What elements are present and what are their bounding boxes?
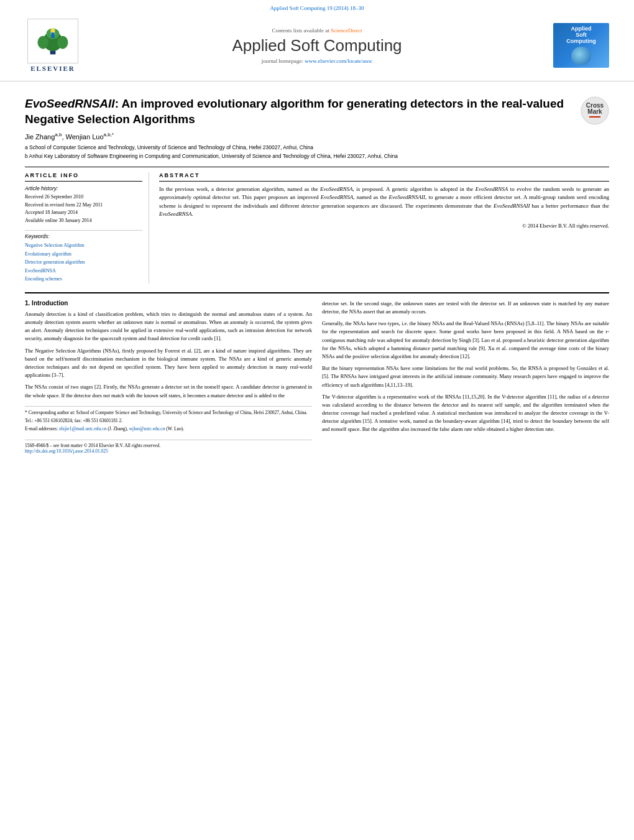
journal-title-main: Applied Soft Computing <box>93 36 541 55</box>
journal-header-inner: ELSEVIER Contents lists available at Sci… <box>25 15 609 76</box>
revised-date: Received in revised form 22 May 2011 <box>25 201 142 210</box>
issn-text: 1568-4946/$ – see front matter © 2014 El… <box>25 443 312 448</box>
accepted-date: Accepted 18 January 2014 <box>25 209 142 217</box>
article-title: EvoSeedRNSAII: An improved evolutionary … <box>25 96 581 127</box>
email2-owner: (W. Luo). <box>166 426 184 432</box>
article-title-section: EvoSeedRNSAII: An improved evolutionary … <box>25 96 609 127</box>
article-info-abstract: ARTICLE INFO Article history: Received 2… <box>25 167 609 284</box>
crossmark-logo: Cross Mark <box>581 96 609 125</box>
email-label: E-mail addresses: <box>25 426 58 432</box>
elsevier-logo: ELSEVIER <box>25 19 81 72</box>
svg-rect-7 <box>51 32 54 38</box>
journal-logo-text-computing: Computing <box>566 38 596 44</box>
keyword-3: Detector generation algorithm <box>25 258 142 267</box>
footnote-email: E-mail addresses: zhijie1@mail.ustc.edu.… <box>25 425 312 432</box>
history-label: Article history: <box>25 185 142 192</box>
page-content: EvoSeedRNSAII: An improved evolutionary … <box>0 81 634 466</box>
main-body: 1. Introduction Anomaly detection is a k… <box>25 292 609 454</box>
body-para-3: The NSAs consist of two stages [2]. Firs… <box>25 383 312 399</box>
citation-text: Applied Soft Computing 19 (2014) 18–30 <box>270 5 364 11</box>
abstract-section: ABSTRACT In the previous work, a detecto… <box>159 172 609 284</box>
homepage-label: journal homepage: <box>262 58 303 64</box>
abstract-heading: ABSTRACT <box>159 172 609 182</box>
keywords-section: Keywords: Negative Selection Algorithm E… <box>25 230 142 284</box>
bottom-copyright: 1568-4946/$ – see front matter © 2014 El… <box>25 440 312 454</box>
article-title-italic: EvoSeedRNSAII <box>25 97 115 110</box>
right-column: detector set. In the second stage, the u… <box>322 300 609 454</box>
email1-owner: (J. Zhang), <box>108 426 128 432</box>
elsevier-tree-icon <box>31 25 75 57</box>
svg-point-2 <box>38 36 49 49</box>
journal-top-citation: Applied Soft Computing 19 (2014) 18–30 <box>25 5 609 11</box>
email2-link[interactable]: wjluo@ustc.edu.cn <box>129 426 165 432</box>
article-info-col: ARTICLE INFO Article history: Received 2… <box>25 172 149 284</box>
doi-link[interactable]: http://dx.doi.org/10.1016/j.asoc.2014.01… <box>25 448 108 454</box>
keyword-1: Negative Selection Algorithm <box>25 241 142 250</box>
homepage-url[interactable]: www.elsevier.com/locate/asoc <box>305 58 372 64</box>
authors: Jie Zhanga,b, Wenjian Luoa,b,* <box>25 132 609 141</box>
body-para-1: Anomaly detection is a kind of classific… <box>25 310 312 343</box>
svg-point-3 <box>57 36 68 49</box>
email1-link[interactable]: zhijie1@mail.ustc.edu.cn <box>59 426 106 432</box>
body-para-6: But the binary representation NSAs have … <box>322 364 609 389</box>
keyword-2: Evolutionary algorithm <box>25 250 142 259</box>
journal-logo-text-soft: Soft <box>576 32 587 38</box>
body-para-5: Generally, the NSAs have two types, i.e.… <box>322 320 609 361</box>
author1-name: Jie Zhang <box>25 133 55 141</box>
affiliation-b: b Anhui Key Laboratory of Software Engin… <box>25 153 609 160</box>
svg-point-6 <box>51 28 55 32</box>
abstract-text: In the previous work, a detector generat… <box>159 185 609 219</box>
footnote-star: * Corresponding author at: School of Com… <box>25 409 312 416</box>
elsevier-label: ELSEVIER <box>30 65 75 72</box>
available-date: Available online 30 January 2014 <box>25 217 142 225</box>
footnotes: * Corresponding author at: School of Com… <box>25 406 312 433</box>
journal-homepage: journal homepage: www.elsevier.com/locat… <box>93 58 541 64</box>
contents-text: Contents lists available at <box>272 27 329 34</box>
svg-text:Mark: Mark <box>587 108 602 115</box>
contents-available: Contents lists available at ScienceDirec… <box>93 27 541 34</box>
author2-sup: a,b,* <box>104 132 114 137</box>
sciencedirect-link[interactable]: ScienceDirect <box>331 27 362 34</box>
article-info-heading: ARTICLE INFO <box>25 172 142 182</box>
journal-header: Applied Soft Computing 19 (2014) 18–30 <box>0 0 634 81</box>
journal-logo-circle <box>571 47 591 65</box>
author2-name: , Wenjian Luo <box>62 133 103 141</box>
keywords-label: Keywords: <box>25 233 142 239</box>
body-para-4: detector set. In the second stage, the u… <box>322 300 609 316</box>
journal-logo-text-applied: Applied <box>571 25 592 32</box>
author1-sup: a,b <box>55 132 62 137</box>
section1-title: 1. Introduction <box>25 300 312 307</box>
body-para-2: The Negative Selection Algorithms (NSAs)… <box>25 347 312 380</box>
journal-logo-box: Applied Soft Computing <box>553 23 609 68</box>
abstract-copyright: © 2014 Elsevier B.V. All rights reserved… <box>159 223 609 229</box>
left-column: 1. Introduction Anomaly detection is a k… <box>25 300 312 454</box>
received-date: Received 26 September 2010 <box>25 193 142 201</box>
body-para-7: The V-detector algorithm is a representa… <box>322 393 609 434</box>
journal-center: Contents lists available at ScienceDirec… <box>81 27 553 64</box>
footnote-tel: Tel.: +86 551 636102824; fax: +86 551 63… <box>25 417 312 424</box>
keyword-4: EvoSeedRNSA <box>25 267 142 275</box>
affiliations: a School of Computer Science and Technol… <box>25 144 609 160</box>
affiliation-a: a School of Computer Science and Technol… <box>25 144 609 152</box>
elsevier-logo-box <box>27 19 78 63</box>
keyword-5: Encoding schemes <box>25 275 142 284</box>
